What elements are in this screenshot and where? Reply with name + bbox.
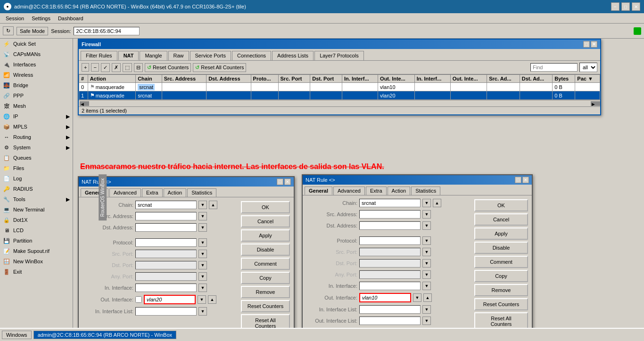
dst-address-input[interactable] <box>135 223 197 232</box>
ok-button-left[interactable]: OK <box>241 201 290 213</box>
maximize-button[interactable]: □ <box>621 2 630 11</box>
tab-filter-rules[interactable]: Filter Rules <box>81 51 117 60</box>
sidebar-item-mesh[interactable]: 🕸 Mesh <box>0 101 73 111</box>
nat-right-tab-advanced[interactable]: Advanced <box>333 187 365 195</box>
close-button[interactable]: ✕ <box>632 2 640 11</box>
right-src-port-dropdown[interactable]: ▼ <box>422 248 431 256</box>
disable-button-right[interactable]: Disable <box>474 242 528 254</box>
refresh-button[interactable]: ↻ <box>3 26 14 35</box>
session-input[interactable] <box>74 27 140 35</box>
nat-left-tab-statistics[interactable]: Statistics <box>187 188 216 197</box>
sidebar-item-mpls[interactable]: 📦 MPLS ▶ <box>0 122 73 132</box>
right-out-interface-input[interactable] <box>359 293 411 302</box>
sidebar-item-routing[interactable]: ↔ Routing ▶ <box>0 132 73 142</box>
dst-port-input[interactable] <box>135 261 197 269</box>
right-in-interface-list-dropdown[interactable]: ▼ <box>422 305 431 314</box>
right-out-interface-dropdown[interactable]: ▼ <box>413 293 421 302</box>
right-in-interface-list-input[interactable] <box>359 305 421 314</box>
reset-counters-button-right[interactable]: Reset Counters <box>474 298 528 310</box>
out-interface-dropdown[interactable]: ▼ <box>198 295 206 304</box>
firewall-close[interactable]: ✕ <box>591 41 597 48</box>
right-in-interface-dropdown[interactable]: ▼ <box>422 282 431 290</box>
ok-button-right[interactable]: OK <box>474 199 528 211</box>
disable-button-left[interactable]: Disable <box>241 244 290 256</box>
right-any-port-dropdown[interactable]: ▼ <box>422 270 431 279</box>
right-dst-port-input[interactable] <box>359 259 421 268</box>
scroll-left[interactable]: ◄ <box>80 101 89 106</box>
remove-rule-button[interactable]: − <box>91 63 99 72</box>
right-chain-input[interactable] <box>359 199 421 207</box>
delete-rule-button[interactable]: ✗ <box>112 63 121 72</box>
scroll-right[interactable]: ► <box>591 101 600 106</box>
right-src-port-input[interactable] <box>359 248 421 256</box>
sidebar-item-files[interactable]: 📁 Files <box>0 163 73 173</box>
cancel-button-left[interactable]: Cancel <box>241 215 290 227</box>
in-interface-list-dropdown[interactable]: ▼ <box>198 307 207 316</box>
firewall-minimize[interactable]: □ <box>583 41 590 48</box>
comment-button-right[interactable]: Comment <box>474 256 528 268</box>
find-scope-select[interactable]: all <box>579 63 597 72</box>
chain-input[interactable] <box>135 201 197 209</box>
any-port-dropdown[interactable]: ▼ <box>198 272 207 281</box>
out-interface-input[interactable] <box>144 295 196 304</box>
sidebar-item-log[interactable]: 📄 Log <box>0 173 73 184</box>
in-interface-input[interactable] <box>135 284 197 292</box>
right-in-interface-input[interactable] <box>359 282 421 290</box>
dst-port-dropdown[interactable]: ▼ <box>198 261 207 269</box>
tab-service-ports[interactable]: Service Ports <box>190 51 231 60</box>
menu-settings[interactable]: Settings <box>28 15 54 22</box>
right-out-interface-list-input[interactable] <box>359 317 421 325</box>
sidebar-item-lcd[interactable]: 🖥 LCD <box>0 225 73 235</box>
edit-rule-button[interactable]: ✓ <box>101 63 110 72</box>
sidebar-item-exit[interactable]: 🚪 Exit <box>0 267 73 277</box>
src-address-input[interactable] <box>135 212 197 220</box>
apply-button-right[interactable]: Apply <box>474 227 528 240</box>
src-port-input[interactable] <box>135 250 197 258</box>
nat-right-close[interactable]: ✕ <box>522 177 529 183</box>
copy-button-right[interactable]: Copy <box>474 270 528 282</box>
sidebar-item-new-terminal[interactable]: 💻 New Terminal <box>0 204 73 215</box>
nat-left-tab-action[interactable]: Action <box>164 188 187 197</box>
table-row[interactable]: 1 ⚑ masquerade srcnat vlan20 0 B <box>79 91 600 100</box>
copy-button-left[interactable]: Copy <box>241 272 290 284</box>
nat-right-tab-statistics[interactable]: Statistics <box>411 187 440 195</box>
tab-address-lists[interactable]: Address Lists <box>272 51 314 60</box>
sidebar-item-bridge[interactable]: 🌉 Bridge <box>0 80 73 90</box>
sidebar-item-interfaces[interactable]: 🔌 Interfaces <box>0 59 73 70</box>
right-protocol-dropdown[interactable]: ▼ <box>422 236 431 245</box>
sidebar-item-queues[interactable]: 📋 Queues <box>0 153 73 163</box>
sidebar-item-system[interactable]: ⚙ System ▶ <box>0 142 73 153</box>
tab-connections[interactable]: Connections <box>232 51 271 60</box>
taskbar-windows[interactable]: Windows <box>2 331 32 339</box>
chain-dropdown-btn[interactable]: ▼ <box>198 201 207 209</box>
copy-rule-button[interactable]: ⬚ <box>123 63 132 72</box>
in-interface-dropdown[interactable]: ▼ <box>198 284 207 292</box>
reset-counters-button[interactable]: ↺ Reset Counters <box>145 63 191 72</box>
find-input[interactable] <box>530 63 578 72</box>
sidebar-item-tools[interactable]: 🔧 Tools ▶ <box>0 194 73 204</box>
tab-layer7[interactable]: Layer7 Protocols <box>314 51 364 60</box>
menu-session[interactable]: Session <box>2 15 28 22</box>
sidebar-item-dot1x[interactable]: 🔒 Dot1X <box>0 215 73 225</box>
src-port-dropdown[interactable]: ▼ <box>198 250 207 258</box>
safe-mode-button[interactable]: Safe Mode <box>17 27 48 35</box>
right-out-interface-scroll-up[interactable]: ▲ <box>423 293 432 302</box>
reset-all-counters-button[interactable]: ↺ Reset All Counters <box>193 63 246 72</box>
table-row[interactable]: 0 ⚑ masquerade srcnat vlan10 0 B <box>79 83 600 91</box>
tab-raw[interactable]: Raw <box>168 51 189 60</box>
chain-scroll-up[interactable]: ▲ <box>209 201 217 209</box>
tab-mangle[interactable]: Mangle <box>140 51 167 60</box>
sidebar-item-quick-set[interactable]: ⚡ Quick Set <box>0 39 73 49</box>
nat-left-tab-extra[interactable]: Extra <box>142 188 163 197</box>
src-address-dropdown[interactable]: ▼ <box>198 212 207 220</box>
remove-button-right[interactable]: Remove <box>474 284 528 296</box>
sidebar-item-wireless[interactable]: 📶 Wireless <box>0 70 73 80</box>
protocol-dropdown[interactable]: ▼ <box>198 238 207 247</box>
right-any-port-input[interactable] <box>359 270 421 279</box>
sidebar-item-ppp[interactable]: 🔗 PPP <box>0 90 73 101</box>
right-protocol-input[interactable] <box>359 236 421 245</box>
comment-button-left[interactable]: Comment <box>241 258 290 270</box>
protocol-input[interactable] <box>135 238 197 247</box>
nat-right-tab-action[interactable]: Action <box>388 187 411 195</box>
taskbar-winbox[interactable]: admin@2C:C8:1B:65:8C:94 (RB ARCO NORTE) … <box>33 331 176 339</box>
